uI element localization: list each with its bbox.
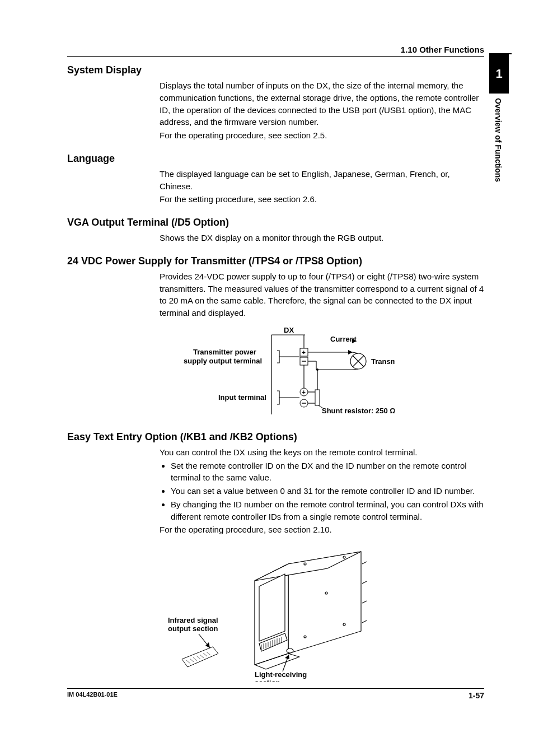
footer-page-number: 1-57 bbox=[469, 691, 484, 700]
intro-easytext: You can control the DX using the keys on… bbox=[160, 446, 484, 459]
svg-text:supply output terminal: supply output terminal bbox=[184, 357, 262, 365]
bullet-1: You can set a value between 0 and 31 for… bbox=[171, 485, 484, 497]
svg-text:Light-receiving: Light-receiving bbox=[255, 670, 307, 679]
svg-text:+: + bbox=[302, 389, 306, 395]
diagram-transmitter: DX + Current bbox=[67, 325, 484, 420]
diagram-remote: Infrared signal output section Light-rec… bbox=[67, 542, 484, 682]
heading-system-display: System Display bbox=[67, 64, 484, 76]
svg-point-58 bbox=[304, 563, 306, 565]
svg-line-21 bbox=[353, 369, 358, 370]
svg-point-57 bbox=[287, 648, 293, 653]
svg-text:output section: output section bbox=[168, 624, 218, 633]
heading-ps24: 24 VDC Power Supply for Transmitter (/TP… bbox=[67, 255, 484, 267]
svg-point-33 bbox=[316, 368, 318, 371]
svg-point-61 bbox=[343, 623, 345, 626]
heading-easytext: Easy Text Entry Option (/KB1 and /KB2 Op… bbox=[67, 431, 484, 443]
ref-system-display: For the operating procedure, see section… bbox=[160, 129, 484, 142]
svg-text:Transmitter power: Transmitter power bbox=[193, 348, 256, 356]
footer: IM 04L42B01-01E 1-57 bbox=[67, 688, 484, 700]
ref-easytext: For the operating procedure, see section… bbox=[160, 524, 484, 536]
body-ps24: Provides 24-VDC power supply to up to fo… bbox=[160, 270, 484, 319]
bullets-easytext: Set the remote controller ID on the DX a… bbox=[160, 460, 484, 523]
svg-rect-31 bbox=[315, 390, 320, 405]
svg-line-20 bbox=[353, 352, 358, 353]
svg-point-62 bbox=[325, 592, 327, 594]
chapter-number: 1 bbox=[489, 54, 509, 94]
svg-text:Transmitter: Transmitter bbox=[371, 357, 395, 366]
header-subtitle: 1.10 Other Functions bbox=[67, 45, 484, 56]
body-language: The displayed language can be set to Eng… bbox=[160, 168, 484, 193]
bullet-0: Set the remote controller ID on the DX a… bbox=[171, 460, 484, 484]
svg-line-42 bbox=[362, 581, 367, 584]
svg-text:Infrared signal: Infrared signal bbox=[168, 616, 218, 624]
section-system-display: System Display Displays the total number… bbox=[67, 64, 484, 142]
svg-text:DX: DX bbox=[284, 326, 294, 334]
header-line: 1.10 Other Functions bbox=[67, 45, 484, 57]
svg-text:+: + bbox=[302, 349, 306, 356]
svg-line-41 bbox=[362, 562, 367, 564]
svg-marker-80 bbox=[285, 655, 289, 659]
footer-doc-id: IM 04L42B01-01E bbox=[67, 691, 118, 700]
bullet-2: By changing the ID number on the remote … bbox=[171, 498, 484, 523]
section-easytext: Easy Text Entry Option (/KB1 and /KB2 Op… bbox=[67, 431, 484, 536]
heading-language: Language bbox=[67, 153, 484, 165]
ref-language: For the setting procedure, see section 2… bbox=[160, 193, 484, 206]
svg-text:section: section bbox=[255, 678, 280, 682]
svg-line-44 bbox=[362, 620, 367, 623]
svg-text:Input terminal: Input terminal bbox=[218, 393, 266, 402]
svg-text:Shunt resistor: 250 Ω: Shunt resistor: 250 Ω bbox=[322, 407, 395, 415]
svg-point-60 bbox=[304, 636, 306, 638]
svg-point-59 bbox=[343, 556, 345, 558]
body-system-display: Displays the total number of inputs on t… bbox=[160, 80, 484, 128]
section-ps24: 24 VDC Power Supply for Transmitter (/TP… bbox=[67, 255, 484, 319]
body-vga: Shows the DX display on a monitor throug… bbox=[160, 232, 484, 244]
svg-line-43 bbox=[362, 601, 367, 603]
section-language: Language The displayed language can be s… bbox=[67, 153, 484, 206]
chapter-tab: 1 Overview of Functions bbox=[489, 53, 512, 182]
svg-marker-64 bbox=[182, 647, 218, 667]
section-vga: VGA Output Terminal (/D5 Option) Shows t… bbox=[67, 217, 484, 244]
svg-marker-13 bbox=[348, 350, 353, 354]
heading-vga: VGA Output Terminal (/D5 Option) bbox=[67, 217, 484, 228]
chapter-label: Overview of Functions bbox=[494, 98, 503, 182]
